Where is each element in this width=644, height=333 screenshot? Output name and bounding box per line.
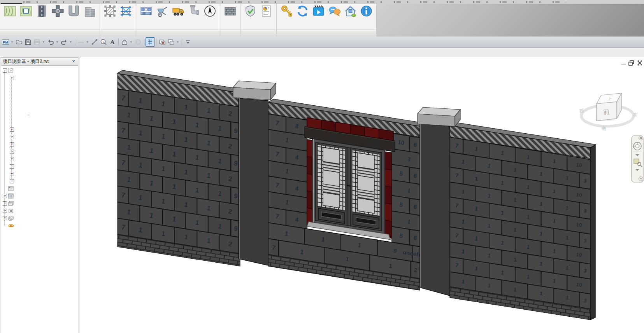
tree-item-标高 2[interactable] (1, 119, 78, 126)
tree-plus-box[interactable]: + (10, 150, 14, 154)
viewcube-south-label[interactable]: 南 (602, 126, 606, 131)
viewcube-top-face[interactable]: 上 (608, 97, 612, 101)
default-3d-view-button[interactable] (120, 38, 129, 46)
tree-item-场地[interactable] (1, 104, 78, 111)
tree-item-族[interactable]: + (1, 207, 78, 214)
view-restore-button[interactable] (629, 61, 633, 65)
tree-item-三维视图[interactable]: + (1, 141, 78, 148)
ribbon-button-教学视频[interactable] (311, 4, 326, 17)
tag-by-category-button[interactable]: 1 (99, 38, 108, 46)
navbar-close-button[interactable] (639, 136, 643, 140)
tree-item-T.O. Fnd. 墙[interactable] (1, 82, 78, 89)
save-button[interactable] (24, 38, 32, 46)
tree-plus-box[interactable]: + (10, 127, 14, 132)
redo-button[interactable] (60, 38, 68, 46)
view-close-button[interactable] (638, 61, 642, 65)
ribbon-button-砌体排砖[interactable] (222, 4, 238, 17)
tree-item-图例[interactable] (1, 185, 78, 192)
tree-plus-box[interactable]: + (10, 172, 14, 176)
customize-qat-button[interactable] (184, 38, 192, 46)
tree-item-面积平面 (防火分区面积)[interactable]: + (1, 178, 78, 185)
section-button[interactable] (134, 38, 142, 46)
text-button[interactable]: A (108, 38, 117, 46)
ribbon-button-关 于[interactable] (358, 4, 374, 17)
tree-item-视图 (全部)[interactable]: - (1, 67, 78, 74)
tree-item-组[interactable]: + (1, 214, 78, 222)
ribbon-button-生成路口[interactable] (50, 4, 66, 17)
tree-item-T.O. 基脚[interactable] (1, 89, 78, 96)
3d-view[interactable]: 7111121111197111121111197111121111197111… (80, 57, 644, 333)
tree-item-天花板平面[interactable]: + (1, 126, 78, 133)
tree-minus-box[interactable]: - (10, 76, 14, 80)
tree-plus-box[interactable]: + (10, 142, 14, 146)
navigation-bar[interactable] (632, 136, 643, 182)
switch-windows-button[interactable] (167, 38, 175, 46)
tree-item-Revit 链接[interactable] (1, 222, 78, 229)
ribbon-button-地形表面[interactable] (2, 4, 18, 17)
tree-item-明细表/数量[interactable]: + (1, 192, 78, 200)
sash-left[interactable] (316, 142, 347, 225)
pilaster[interactable] (239, 98, 268, 265)
ribbon-button-图例标记[interactable] (202, 4, 218, 17)
ribbon-button-创建拟建[interactable] (82, 4, 98, 17)
redo-caret[interactable] (69, 38, 73, 46)
tree-item-图纸 (全部)[interactable]: + (1, 200, 78, 207)
tree-plus-box[interactable]: + (3, 216, 7, 220)
thin-lines-toggle[interactable] (146, 38, 154, 46)
measure-caret[interactable] (86, 38, 90, 46)
tree-item-T.O. 楼板[interactable] (1, 96, 78, 104)
tree-plus-box[interactable]: + (3, 201, 7, 206)
undo-caret[interactable] (55, 38, 60, 46)
ribbon-button-创建基坑[interactable] (66, 4, 82, 17)
ribbon-button-办公生活[interactable] (138, 4, 154, 17)
measure-button[interactable] (77, 38, 85, 46)
ribbon-button-授 权[interactable] (279, 4, 295, 17)
lattice-window[interactable] (305, 117, 395, 241)
project-browser-close-icon[interactable]: × (71, 59, 76, 64)
tree-plus-box[interactable]: + (10, 164, 14, 169)
ribbon-button-官方网站[interactable] (342, 4, 358, 17)
print-caret[interactable] (42, 38, 46, 46)
tree-plus-box[interactable]: + (3, 194, 7, 198)
3d-view-caret[interactable] (129, 38, 133, 46)
tree-plus-box[interactable]: + (3, 209, 7, 213)
ribbon-button-统计报表[interactable] (258, 4, 274, 17)
ribbon-button-安全文明检查[interactable] (242, 4, 258, 17)
switch-windows-caret[interactable] (176, 38, 180, 46)
ribbon-button-创建道路[interactable] (34, 4, 50, 17)
tree-item-标高 1[interactable] (1, 111, 78, 119)
viewcube-front-face[interactable]: 前 (603, 108, 609, 115)
tree-item-面积平面 (净面积)[interactable]: + (1, 163, 78, 170)
tree-item-楼层平面[interactable]: - (1, 74, 78, 82)
viewcube[interactable]: 西东南前上 (579, 93, 638, 131)
ribbon-button-检查更新[interactable] (295, 4, 311, 17)
tree-plus-box[interactable]: + (10, 157, 14, 161)
project-browser-titlebar[interactable]: 项目浏览器 - 项目2.rvt × (1, 58, 78, 66)
ribbon-button-脚手架[interactable] (118, 4, 134, 17)
tree-plus-box[interactable]: + (10, 135, 14, 139)
tree-minus-box[interactable]: - (3, 68, 7, 73)
viewcube-east-label[interactable]: 东 (633, 112, 638, 117)
pm-menu-caret[interactable] (10, 38, 14, 46)
ribbon-button-基坑围护墙[interactable] (102, 4, 118, 17)
ribbon-button-措施设施[interactable] (154, 4, 170, 17)
ribbon-button-机械设备[interactable] (170, 4, 186, 17)
pilaster[interactable] (420, 124, 450, 296)
tree-item-立面 (建筑立面)[interactable]: + (1, 148, 78, 155)
drawing-area[interactable]: 7111121111197111121111197111121111197111… (80, 57, 644, 333)
aligned-dimension-button[interactable] (90, 38, 99, 46)
pm-menu-button[interactable]: PM (1, 38, 10, 46)
tree-plus-box[interactable]: + (10, 179, 14, 183)
pan-button[interactable] (639, 177, 643, 181)
sash-right[interactable] (350, 148, 382, 231)
undo-button[interactable] (46, 38, 55, 46)
open-button[interactable] (15, 38, 23, 46)
ribbon-button-QQ支持[interactable] (326, 4, 342, 17)
ribbon-button-水电设施[interactable] (186, 4, 202, 17)
close-inactive-windows-button[interactable] (158, 38, 167, 46)
ribbon-button-创建地坪[interactable] (18, 4, 34, 17)
tree-item-面积平面 (总建筑面积)[interactable]: + (1, 170, 78, 178)
steering-wheel-button[interactable] (633, 142, 641, 150)
tree-item-三维视图 (HW-默认)[interactable]: + (1, 133, 78, 141)
tree-item-面积平面 (人防分区面积)[interactable]: + (1, 155, 78, 163)
